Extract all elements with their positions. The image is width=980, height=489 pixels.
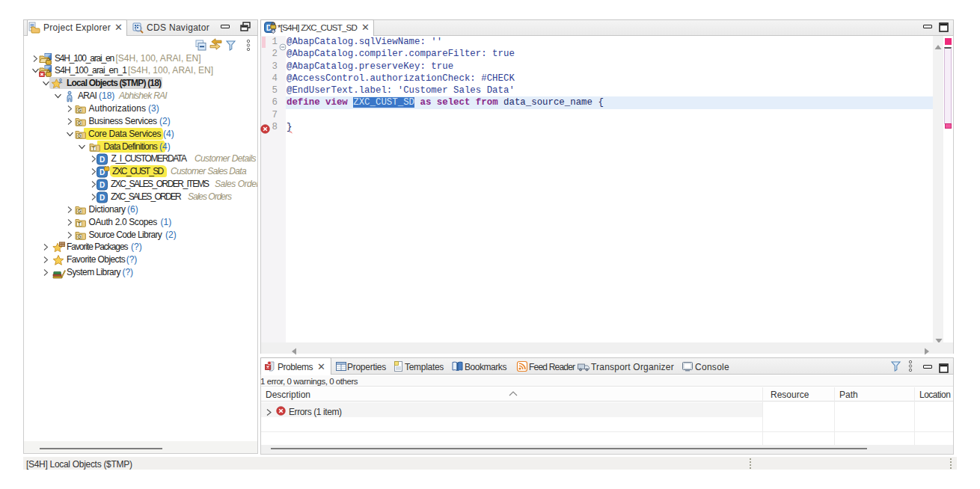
svg-text:D: D [99,194,104,202]
svg-text:G: G [77,120,81,125]
svg-text:G: G [77,208,81,213]
svg-text:D: D [99,181,104,189]
svg-text:G: G [77,233,81,239]
svg-text:D: D [99,156,104,164]
svg-text:D: D [99,168,104,176]
svg-text:T: T [92,145,95,150]
svg-text:G: G [77,132,81,138]
svg-text:T: T [78,221,81,226]
svg-text:G: G [77,108,81,113]
